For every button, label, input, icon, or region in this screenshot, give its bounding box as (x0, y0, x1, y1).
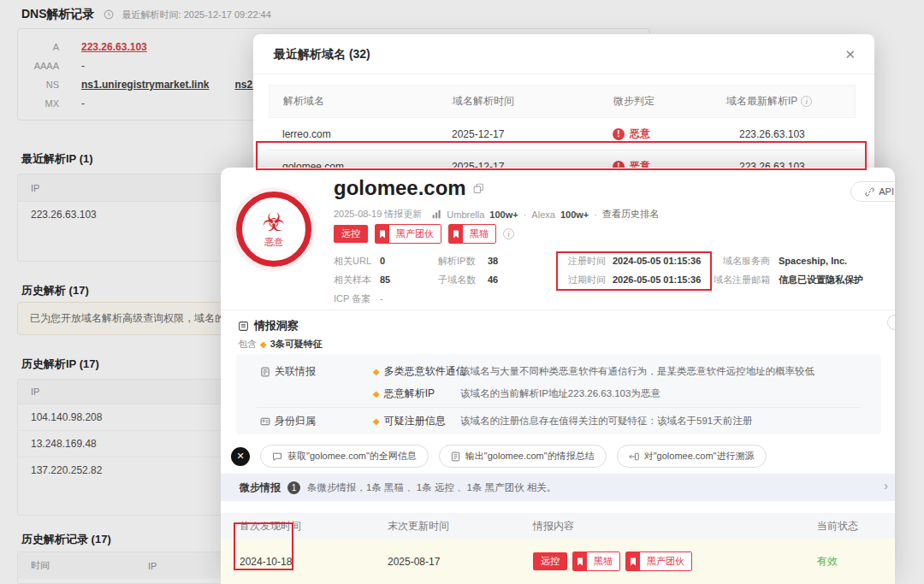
bookmark-icon (626, 552, 640, 570)
intel-table-row[interactable]: 2024-10-18 2025-08-17 远控 黑猫 黑产团伙 有效 (221, 539, 895, 584)
ai-action-fullinfo-button[interactable]: 获取"golomee.com"的全网信息 (260, 445, 429, 468)
col-last-update: 末次更新时间 (388, 519, 533, 534)
col-latest-ip: 域名最新解析IP (726, 94, 797, 109)
icp-label: ICP 备案 (334, 292, 380, 305)
link-icon (865, 187, 874, 197)
document-icon (451, 451, 460, 462)
table-row-lerreo[interactable]: lerreo.com 2025-12-17 ! 恶意 223.26.63.103 (269, 118, 856, 150)
col-domain: 解析域名 (270, 86, 439, 117)
tag-family: 黑猫 (448, 224, 496, 244)
modal-title: 最近解析域名 (32) (274, 47, 370, 62)
clipboard-icon (238, 321, 249, 332)
reg-time-value: 2024-05-05 01:15:36 (613, 256, 701, 266)
first-found-cell: 2024-10-18 (221, 556, 388, 568)
insight-box: 关联情报 ◆ 多类恶意软件通信 该域名与大量不同种类恶意软件有通信行为，是某类恶… (236, 354, 881, 434)
diamond-icon: ◆ (373, 367, 380, 376)
api-label: API (879, 186, 894, 197)
col-resolve-time: 域名解析时间 (439, 86, 600, 117)
time-cell: 2025-12-17 (438, 120, 599, 149)
tag-rat: 远控 (334, 225, 368, 243)
info-icon[interactable]: i (503, 228, 514, 239)
diamond-icon: ◆ (260, 339, 267, 349)
reg-email-label: 域名注册邮箱 (710, 274, 770, 286)
threat-verdict-badge: ☣ 恶意 (236, 192, 311, 267)
stats-col-4: 域名服务商Spaceship, Inc. 域名注册邮箱信息已设置隐私保护 (710, 251, 863, 289)
related-sample-value: 85 (380, 274, 390, 285)
dot-separator: · (524, 209, 527, 220)
verdict-label: 恶意 (264, 236, 283, 249)
last-update-cell: 2025-08-17 (388, 556, 533, 568)
insight-item-desc: 该域名与大量不同种类恶意软件有通信行为，是某类恶意软件远控地址的概率较低 (460, 365, 814, 378)
intel-count-badge: 1 (287, 481, 300, 494)
registrar-value: Spaceship, Inc. (779, 256, 847, 266)
threatbook-intel-bar: 微步情报 1 条微步情报，1条 黑猫 、1条 远控 、1条 黑产团伙 相关。 › (221, 474, 895, 501)
insight-item-desc: 该域名的当前解析IP地址223.26.63.103为恶意 (460, 387, 660, 400)
ai-assistant-icon[interactable]: ✕ (231, 447, 250, 466)
domain-cell[interactable]: lerreo.com (269, 120, 438, 149)
screen: DNS解析记录 最近解析时间: 2025-12-17 09:22:44 A 22… (0, 0, 924, 584)
suspicious-count: 3条可疑特征 (270, 338, 323, 351)
divider (257, 407, 861, 408)
tag-gang: 黑产团伙 (625, 552, 692, 571)
diamond-icon: ◆ (373, 389, 380, 398)
insight-title: 情报洞察 (254, 318, 299, 333)
group2-name: 身份归属 (275, 414, 316, 428)
group1-name: 关联情报 (275, 364, 316, 379)
exp-time-label: 过期时间 (568, 274, 613, 286)
intel-bar-label: 微步情报 (240, 481, 281, 495)
tag-family: 黑猫 (572, 552, 620, 571)
related-sample-label: 相关样本 (334, 274, 380, 286)
ai-action-summary-button[interactable]: 输出"golomee.com"的情报总结 (439, 445, 607, 468)
exp-time-value: 2026-05-05 01:15:36 (613, 274, 701, 285)
identity-icon (260, 416, 270, 427)
domain-detail-panel: ☣ 恶意 golomee.com 2025-08-19 情报更新 Umbrell… (221, 168, 895, 584)
trace-arrow-icon (629, 451, 639, 462)
history-rank-link[interactable]: 查看历史排名 (602, 208, 659, 221)
col-intel-content: 情报内容 (533, 519, 817, 534)
related-intel-icon (260, 367, 270, 377)
reg-time-label: 注册时间 (568, 255, 613, 268)
related-url-label: 相关URL (334, 255, 380, 268)
subdomain-value: 46 (488, 274, 498, 285)
close-icon[interactable]: ✕ (844, 47, 856, 62)
domain-title: golomee.com (334, 176, 466, 200)
verdict-cell: 恶意 (630, 127, 650, 141)
tag-gang: 黑产团伙 (375, 224, 441, 244)
biohazard-icon: ☣ (263, 209, 286, 235)
icp-value: - (380, 293, 383, 304)
insight-item-label: 可疑注册信息 (384, 414, 446, 428)
insight-item-desc: 该域名的注册信息存在值得关注的可疑特征：该域名于591天前注册 (460, 415, 752, 428)
registrar-label: 域名服务商 (710, 255, 770, 268)
intel-updated: 2025-08-19 情报更新 (334, 208, 422, 221)
resolve-ip-value: 38 (488, 256, 498, 266)
divider (221, 310, 895, 310)
alexa-label: Alexa (531, 209, 555, 220)
related-url-value: 0 (380, 256, 385, 266)
alert-icon: ! (613, 128, 625, 140)
stats-col-1: 相关URL0 相关样本85 ICP 备案- (334, 251, 390, 308)
col-first-found: 首次发现时间 (221, 519, 388, 534)
col-status: 当前状态 (817, 519, 895, 534)
insight-item-label: 多类恶意软件通信 (384, 364, 466, 379)
api-button[interactable]: API (850, 181, 895, 202)
copy-icon[interactable] (473, 183, 484, 194)
rank-chart-icon (432, 209, 441, 219)
stats-col-3: 注册时间2024-05-05 01:15:36 过期时间2026-05-05 0… (568, 251, 701, 289)
col-verdict: 微步判定 (600, 86, 726, 117)
umbrella-rank: 100w+ (489, 209, 518, 220)
bookmark-icon (376, 225, 389, 243)
ip-cell: 223.26.63.103 (726, 120, 856, 149)
collapse-icon[interactable] (887, 315, 895, 330)
chevron-right-icon[interactable]: › (884, 479, 888, 493)
info-icon[interactable]: i (801, 96, 812, 107)
stats-col-2: 解析IP数38 子域名数46 (438, 251, 498, 289)
intel-bar-text: 条微步情报，1条 黑猫 、1条 远控 、1条 黑产团伙 相关。 (307, 481, 556, 494)
status-badge: 有效 (817, 554, 895, 569)
umbrella-label: Umbrella (447, 209, 484, 220)
dot-separator: · (594, 209, 597, 220)
insight-item-label: 恶意解析IP (384, 386, 435, 401)
chat-icon (272, 451, 282, 462)
ai-action-trace-button[interactable]: 对"golomee.com"进行溯源 (617, 445, 767, 468)
contains-label: 包含 (238, 338, 257, 351)
resolve-ip-label: 解析IP数 (438, 255, 488, 268)
